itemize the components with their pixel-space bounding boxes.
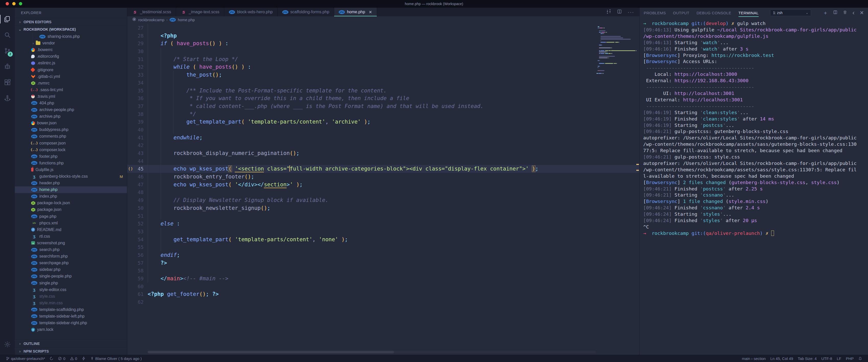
npm-scripts-section[interactable]: › NPM SCRIPTS: [15, 347, 127, 355]
run-debug-icon[interactable]: [0, 59, 15, 74]
tree-item-.gitlab-ci.yml[interactable]: .gitlab-ci.yml: [15, 73, 127, 80]
more-actions-icon[interactable]: ···: [628, 9, 634, 15]
tree-item-template-scaffolding.php[interactable]: phptemplate-scaffolding.php: [15, 306, 127, 313]
code-line-47[interactable]: 47echo wp_kses_post( '</div></section>' …: [127, 181, 640, 189]
code-line-49[interactable]: 49// Display Newsletter Signup block if …: [127, 196, 640, 204]
extensions-icon[interactable]: [0, 74, 15, 90]
tab-block-wds-hero.php[interactable]: phpblock-wds-hero.php: [224, 8, 278, 17]
tree-item-comments.php[interactable]: phpcomments.php: [15, 133, 127, 140]
tree-item-index.php[interactable]: phpindex.php: [15, 193, 127, 200]
code-line-61[interactable]: 61<?php get_footer(); ?>: [127, 290, 640, 298]
tab-home.php[interactable]: phphome.php✕: [334, 8, 377, 17]
new-terminal-icon[interactable]: ＋: [823, 10, 828, 15]
anchor-icon[interactable]: [0, 90, 15, 106]
tree-item-.bowerrc[interactable]: .bowerrc: [15, 46, 127, 53]
code-line-34[interactable]: 34: [127, 79, 640, 87]
status-tab-size-4[interactable]: Tab Size: 4: [796, 356, 819, 361]
zoom-window-icon[interactable]: [19, 2, 22, 5]
code-line-53[interactable]: 53: [127, 228, 640, 236]
code-line-37[interactable]: 37 * called content-___.php (where ___ i…: [127, 102, 640, 110]
status-warning[interactable]: 0: [68, 355, 80, 362]
search-icon[interactable]: [0, 27, 15, 43]
status-ln-45-col-49[interactable]: Ln 45, Col 49: [768, 356, 796, 361]
status-lf[interactable]: LF: [835, 356, 844, 361]
minimap[interactable]: [596, 25, 635, 75]
panel-tab-output[interactable]: OUTPUT: [673, 8, 689, 18]
code-line-46[interactable]: 46rockbrook_entry_footer();: [127, 173, 640, 181]
tree-item-archive.php[interactable]: phparchive.php: [15, 113, 127, 120]
status-blame[interactable]: Blame Oliver ( 5 days ago ): [88, 355, 144, 362]
tree-item-template-sidebar-left.php[interactable]: phptemplate-sidebar-left.php: [15, 313, 127, 320]
status-sync[interactable]: [47, 355, 56, 362]
open-editors-section[interactable]: › OPEN EDITORS: [15, 18, 127, 26]
tree-item-.travis.yml[interactable]: .travis.yml: [15, 93, 127, 100]
tree-item-package-lock.json[interactable]: JSpackage-lock.json: [15, 200, 127, 206]
tree-item-functions.php[interactable]: phpfunctions.php: [15, 160, 127, 166]
code-line-42[interactable]: 42: [127, 141, 640, 149]
code-line-48[interactable]: 48: [127, 188, 640, 196]
tree-item-bower.json[interactable]: bower.json: [15, 120, 127, 126]
tree-item-.nvmrc[interactable]: JS.nvmrc: [15, 80, 127, 87]
outline-section[interactable]: › OUTLINE: [15, 339, 127, 347]
status-bolt[interactable]: [80, 355, 88, 362]
code-line-52[interactable]: 52else :: [127, 220, 640, 228]
code-line-59[interactable]: 59</main><!-- #main -->: [127, 275, 640, 283]
kill-terminal-icon[interactable]: [843, 10, 847, 15]
tree-item-style.css[interactable]: ʒstyle.css: [15, 293, 127, 300]
tree-item-.gitignore[interactable]: .gitignore: [15, 66, 127, 73]
settings-gear-icon[interactable]: [0, 336, 15, 352]
code-line-44[interactable]: 44: [127, 157, 640, 165]
status-main-section[interactable]: main › section: [740, 356, 768, 361]
code-editor[interactable]: 2728<?php29if ( have_posts() ) :3031/* S…: [127, 23, 640, 355]
tree-item-README.md[interactable]: iREADME.md: [15, 226, 127, 233]
tree-item-gutenberg-blocks-style.css[interactable]: ʒgutenberg-blocks-style.cssM: [15, 173, 127, 180]
tree-item-sidebar.php[interactable]: phpsidebar.php: [15, 266, 127, 273]
tab-scaffolding-forms.php[interactable]: phpscaffolding-forms.php: [278, 8, 334, 17]
tree-item-.editorconfig[interactable]: .editorconfig: [15, 53, 127, 60]
workspace-section-header[interactable]: ⌄ ROCKBROOK (WORKSPACE): [15, 26, 127, 33]
tree-item-rtl.css[interactable]: ʒrtl.css: [15, 233, 127, 240]
split-editor-icon[interactable]: [617, 9, 622, 15]
code-line-31[interactable]: 31/* Start the Loop */: [127, 56, 640, 63]
code-line-40[interactable]: 40: [127, 126, 640, 134]
maximize-panel-icon[interactable]: ‹: [852, 10, 855, 16]
panel-tab-problems[interactable]: PROBLEMS: [644, 8, 666, 18]
code-line-51[interactable]: 51: [127, 212, 640, 220]
window-controls[interactable]: [6, 2, 22, 5]
tree-item-yarn.lock[interactable]: yyarn.lock: [15, 326, 127, 333]
code-line-33[interactable]: 33the_post();: [127, 71, 640, 79]
close-tab-icon[interactable]: ✕: [369, 10, 372, 14]
tree-item-footer.php[interactable]: phpfooter.php: [15, 153, 127, 160]
tree-item-style.min.css[interactable]: ʒstyle.min.css: [15, 300, 127, 306]
tree-item-search.php[interactable]: phpsearch.php: [15, 246, 127, 253]
tree-item-home.php[interactable]: phphome.php: [15, 186, 127, 193]
code-line-30[interactable]: 30: [127, 47, 640, 56]
tree-item-archive-people.php[interactable]: phparchive-people.php: [15, 106, 127, 113]
panel-tab-debug-console[interactable]: DEBUG CONSOLE: [696, 8, 731, 18]
code-line-58[interactable]: 58: [127, 267, 640, 275]
code-line-62[interactable]: 62: [127, 298, 640, 306]
source-control-icon[interactable]: 2: [0, 43, 15, 59]
open-changes-icon[interactable]: [606, 9, 611, 15]
tree-item-template-sidebar-right.php[interactable]: phptemplate-sidebar-right.php: [15, 320, 127, 326]
split-terminal-icon[interactable]: [833, 10, 838, 15]
tree-item-searchpage.php[interactable]: phpsearchpage.php: [15, 260, 127, 266]
breadcrumb-file[interactable]: home.php: [178, 18, 195, 22]
tree-item-404.php[interactable]: php404.php: [15, 100, 127, 106]
code-line-27[interactable]: 27: [127, 24, 640, 32]
code-line-39[interactable]: 39get_template_part( 'template-parts/con…: [127, 118, 640, 126]
code-line-41[interactable]: 41endwhile;: [127, 134, 640, 142]
tree-item-.eslintrc.js[interactable]: .eslintrc.js: [15, 60, 127, 66]
status-bell[interactable]: [856, 357, 864, 360]
tree-item-header.php[interactable]: phpheader.php: [15, 180, 127, 186]
code-line-57[interactable]: 57?>: [127, 259, 640, 267]
code-line-50[interactable]: 50rockbrook_newsletter_signup();: [127, 204, 640, 212]
code-line-29[interactable]: 29if ( have_posts() ) :: [127, 40, 640, 47]
tree-item-screenshot.png[interactable]: ▲screenshot.png: [15, 240, 127, 246]
tree-item-buddypress.php[interactable]: phpbuddypress.php: [15, 126, 127, 133]
code-line-36[interactable]: 36 * If you want to override this in a c…: [127, 95, 640, 102]
status-utf-8[interactable]: UTF-8: [819, 356, 835, 361]
code-line-55[interactable]: 55: [127, 243, 640, 251]
code-line-60[interactable]: 60: [127, 283, 640, 291]
tree-item-single-people.php[interactable]: phpsingle-people.php: [15, 273, 127, 279]
